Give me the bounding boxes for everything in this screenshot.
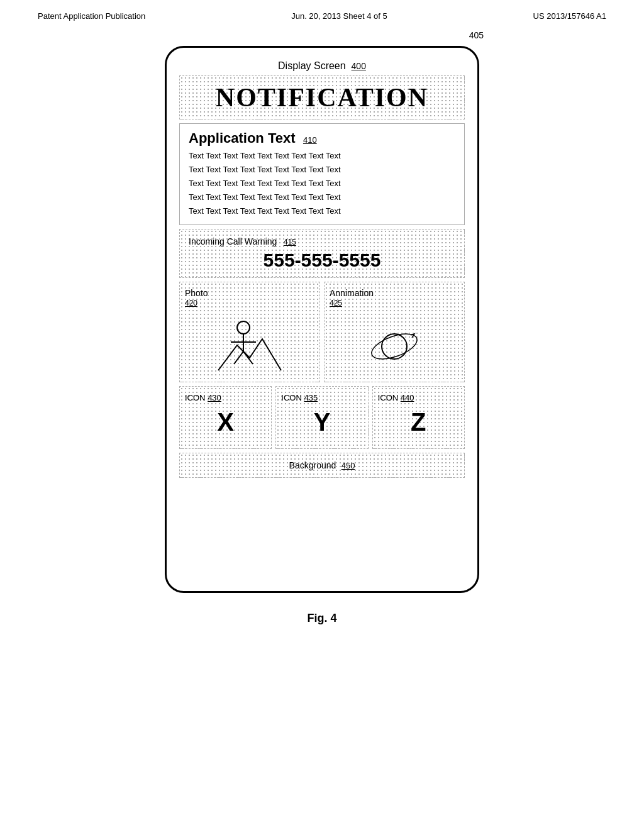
- ref-405: 405: [469, 30, 484, 40]
- background-label: Background: [289, 460, 336, 470]
- background-ref: 450: [341, 461, 355, 470]
- incoming-call-ref: 415: [284, 238, 296, 246]
- svg-point-0: [237, 321, 250, 334]
- media-row: Photo 420 Annimation 425: [179, 282, 465, 382]
- icon-440-label: ICON: [378, 393, 401, 402]
- background-section: Background 450: [179, 453, 465, 478]
- svg-line-3: [234, 351, 243, 364]
- phone-device: 405 Display Screen 400 NOTIFICATION Appl…: [165, 46, 479, 593]
- header-center: Jun. 20, 2013 Sheet 4 of 5: [291, 11, 387, 21]
- icon-435-ref: 435: [304, 393, 318, 402]
- page-header: Patent Application Publication Jun. 20, …: [0, 0, 644, 27]
- animation-ref: 425: [330, 299, 459, 307]
- header-right: US 2013/157646 A1: [533, 11, 606, 21]
- phone-number: 555-555-5555: [189, 250, 455, 271]
- app-text-section: Application Text 410 Text Text Text Text…: [179, 123, 465, 225]
- notification-text: NOTIFICATION: [186, 82, 458, 113]
- header-left: Patent Application Publication: [38, 11, 145, 21]
- animation-cell: Annimation 425: [324, 282, 465, 382]
- photo-title: Photo: [185, 288, 208, 298]
- photo-cell: Photo 420: [179, 282, 320, 382]
- animation-icon: [357, 314, 432, 377]
- icon-cell-440: ICON 440 Z: [372, 386, 465, 449]
- photo-icon: [212, 314, 287, 377]
- animation-title: Annimation: [330, 288, 374, 298]
- app-body-text: Text Text Text Text Text Text Text Text …: [189, 149, 455, 218]
- icon-cell-435: ICON 435 Y: [275, 386, 368, 449]
- icon-cell-430: ICON 430 X: [179, 386, 272, 449]
- notification-section: NOTIFICATION: [179, 75, 465, 119]
- incoming-call-section: Incoming Call Warning 415 555-555-5555: [179, 229, 465, 278]
- icon-440-ref: 440: [401, 393, 414, 402]
- figure-label: Fig. 4: [0, 612, 644, 625]
- app-text-ref: 410: [303, 135, 317, 145]
- incoming-call-label: Incoming Call Warning: [189, 236, 277, 246]
- icon-430-label: ICON: [185, 393, 208, 402]
- icon-435-letter: Y: [281, 408, 362, 436]
- display-screen-label: Display Screen 400: [179, 60, 465, 72]
- icons-row: ICON 430 X ICON 435 Y ICON 440 Z: [179, 386, 465, 449]
- icon-430-ref: 430: [208, 393, 221, 402]
- photo-ref: 420: [185, 299, 314, 307]
- icon-435-label: ICON: [281, 393, 304, 402]
- svg-point-5: [382, 334, 407, 359]
- app-text-title: Application Text: [189, 130, 296, 147]
- icon-440-letter: Z: [378, 408, 459, 436]
- icon-430-letter: X: [185, 408, 266, 436]
